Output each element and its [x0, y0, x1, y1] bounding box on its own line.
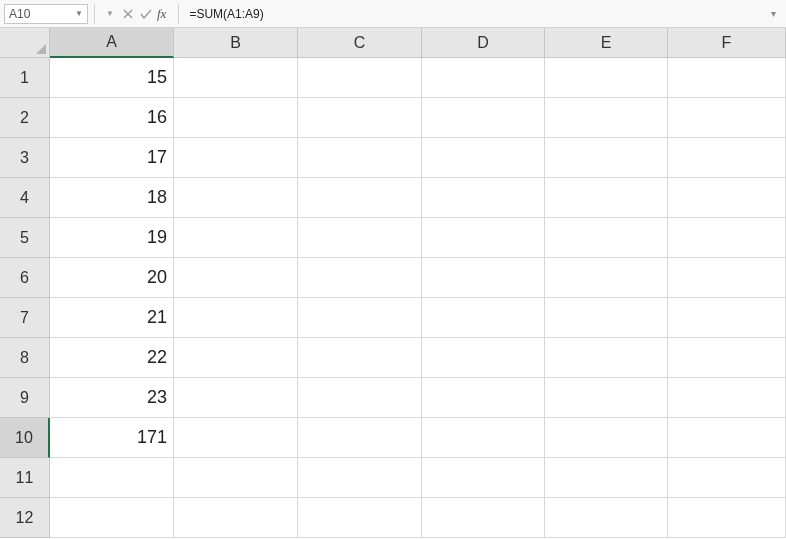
- cell-C5[interactable]: [298, 218, 422, 258]
- column-header-F[interactable]: F: [668, 28, 786, 58]
- cell-A4[interactable]: 18: [50, 178, 174, 218]
- cell-C10[interactable]: [298, 418, 422, 458]
- cell-D2[interactable]: [422, 98, 545, 138]
- cell-F5[interactable]: [668, 218, 786, 258]
- cell-D7[interactable]: [422, 298, 545, 338]
- cell-B7[interactable]: [174, 298, 298, 338]
- cell-E9[interactable]: [545, 378, 668, 418]
- column-header-B[interactable]: B: [174, 28, 298, 58]
- chevron-down-icon[interactable]: ▼: [75, 9, 83, 18]
- cell-B8[interactable]: [174, 338, 298, 378]
- cell-E6[interactable]: [545, 258, 668, 298]
- cell-D9[interactable]: [422, 378, 545, 418]
- cell-E10[interactable]: [545, 418, 668, 458]
- cell-D6[interactable]: [422, 258, 545, 298]
- cell-A3[interactable]: 17: [50, 138, 174, 178]
- name-box[interactable]: A10 ▼: [4, 4, 88, 24]
- cell-A7[interactable]: 21: [50, 298, 174, 338]
- cell-E8[interactable]: [545, 338, 668, 378]
- row-header-4[interactable]: 4: [0, 178, 50, 218]
- fx-label[interactable]: fx: [157, 6, 166, 22]
- cell-C7[interactable]: [298, 298, 422, 338]
- select-all-corner[interactable]: [0, 28, 50, 58]
- cell-A5[interactable]: 19: [50, 218, 174, 258]
- cell-E4[interactable]: [545, 178, 668, 218]
- cell-F10[interactable]: [668, 418, 786, 458]
- cell-C3[interactable]: [298, 138, 422, 178]
- cell-E2[interactable]: [545, 98, 668, 138]
- fx-dropdown-icon[interactable]: ▼: [101, 4, 119, 24]
- enter-icon[interactable]: [137, 4, 155, 24]
- cell-C9[interactable]: [298, 378, 422, 418]
- cell-B4[interactable]: [174, 178, 298, 218]
- cell-B1[interactable]: [174, 58, 298, 98]
- cell-C2[interactable]: [298, 98, 422, 138]
- cancel-icon[interactable]: [119, 4, 137, 24]
- cell-A11[interactable]: [50, 458, 174, 498]
- row-header-3[interactable]: 3: [0, 138, 50, 178]
- row-header-5[interactable]: 5: [0, 218, 50, 258]
- row-header-10[interactable]: 10: [0, 418, 50, 458]
- cell-B6[interactable]: [174, 258, 298, 298]
- row-header-11[interactable]: 11: [0, 458, 50, 498]
- cell-F6[interactable]: [668, 258, 786, 298]
- cell-F12[interactable]: [668, 498, 786, 538]
- cell-E11[interactable]: [545, 458, 668, 498]
- cell-F2[interactable]: [668, 98, 786, 138]
- cell-C12[interactable]: [298, 498, 422, 538]
- cell-A2[interactable]: 16: [50, 98, 174, 138]
- row-header-12[interactable]: 12: [0, 498, 50, 538]
- cell-C8[interactable]: [298, 338, 422, 378]
- row-header-6[interactable]: 6: [0, 258, 50, 298]
- cell-B9[interactable]: [174, 378, 298, 418]
- cell-C1[interactable]: [298, 58, 422, 98]
- row-header-7[interactable]: 7: [0, 298, 50, 338]
- cell-F1[interactable]: [668, 58, 786, 98]
- cell-C6[interactable]: [298, 258, 422, 298]
- cell-F11[interactable]: [668, 458, 786, 498]
- cell-D3[interactable]: [422, 138, 545, 178]
- cell-E3[interactable]: [545, 138, 668, 178]
- row-header-1[interactable]: 1: [0, 58, 50, 98]
- cell-B12[interactable]: [174, 498, 298, 538]
- cell-A8[interactable]: 22: [50, 338, 174, 378]
- cell-A1[interactable]: 15: [50, 58, 174, 98]
- cell-D10[interactable]: [422, 418, 545, 458]
- cell-F8[interactable]: [668, 338, 786, 378]
- cell-C4[interactable]: [298, 178, 422, 218]
- column-header-E[interactable]: E: [545, 28, 668, 58]
- cell-E12[interactable]: [545, 498, 668, 538]
- cell-D12[interactable]: [422, 498, 545, 538]
- column-header-C[interactable]: C: [298, 28, 422, 58]
- cell-B2[interactable]: [174, 98, 298, 138]
- cell-A10[interactable]: 171: [50, 418, 174, 458]
- cell-F9[interactable]: [668, 378, 786, 418]
- cell-D8[interactable]: [422, 338, 545, 378]
- cell-A12[interactable]: [50, 498, 174, 538]
- cell-D5[interactable]: [422, 218, 545, 258]
- cell-A9[interactable]: 23: [50, 378, 174, 418]
- column-header-A[interactable]: A: [50, 28, 174, 58]
- cell-B3[interactable]: [174, 138, 298, 178]
- cell-E7[interactable]: [545, 298, 668, 338]
- formula-input[interactable]: [185, 3, 764, 25]
- cell-E5[interactable]: [545, 218, 668, 258]
- cell-F4[interactable]: [668, 178, 786, 218]
- cell-D4[interactable]: [422, 178, 545, 218]
- cell-B10[interactable]: [174, 418, 298, 458]
- expand-formula-bar-icon[interactable]: ▾: [764, 4, 782, 24]
- cell-A6[interactable]: 20: [50, 258, 174, 298]
- row-header-2[interactable]: 2: [0, 98, 50, 138]
- cell-D11[interactable]: [422, 458, 545, 498]
- cell-B11[interactable]: [174, 458, 298, 498]
- row-header-9[interactable]: 9: [0, 378, 50, 418]
- cell-E1[interactable]: [545, 58, 668, 98]
- cell-B5[interactable]: [174, 218, 298, 258]
- spreadsheet-grid[interactable]: Editing the formula to resolve circular …: [0, 28, 786, 539]
- row-header-8[interactable]: 8: [0, 338, 50, 378]
- cell-D1[interactable]: [422, 58, 545, 98]
- column-header-D[interactable]: D: [422, 28, 545, 58]
- cell-F3[interactable]: [668, 138, 786, 178]
- cell-C11[interactable]: [298, 458, 422, 498]
- cell-F7[interactable]: [668, 298, 786, 338]
